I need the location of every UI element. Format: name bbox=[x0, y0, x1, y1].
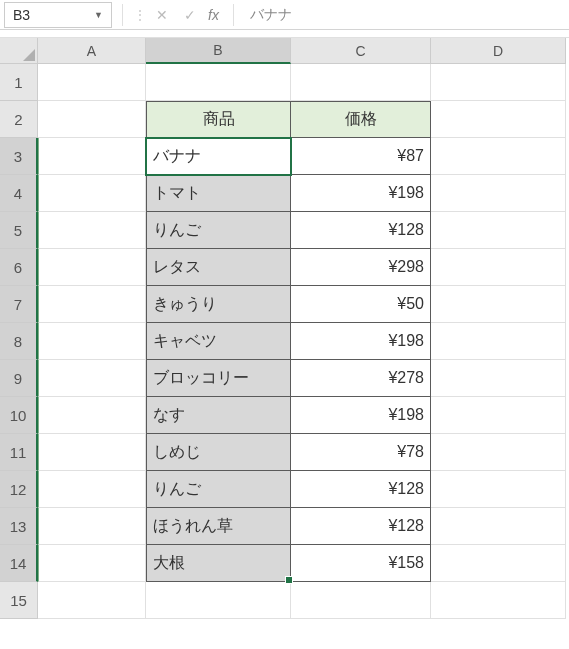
cell-price[interactable]: ¥278 bbox=[291, 360, 431, 397]
spreadsheet-grid[interactable]: A B C D 1 2 商品 価格 3 バナナ ¥87 4 トマト ¥198 5… bbox=[0, 38, 569, 619]
select-all-corner[interactable] bbox=[0, 38, 38, 64]
cell[interactable] bbox=[431, 323, 566, 360]
row-header[interactable]: 13 bbox=[0, 508, 38, 545]
row-header[interactable]: 9 bbox=[0, 360, 38, 397]
cell[interactable] bbox=[431, 64, 566, 101]
cell[interactable] bbox=[431, 582, 566, 619]
cell-product[interactable]: りんご bbox=[146, 471, 291, 508]
divider bbox=[0, 30, 569, 38]
cell-product[interactable]: ほうれん草 bbox=[146, 508, 291, 545]
cell[interactable] bbox=[38, 582, 146, 619]
cell[interactable] bbox=[431, 175, 566, 212]
row-header[interactable]: 8 bbox=[0, 323, 38, 360]
cell-product[interactable]: しめじ bbox=[146, 434, 291, 471]
cell[interactable] bbox=[38, 323, 146, 360]
col-header-c[interactable]: C bbox=[291, 38, 431, 64]
cell-product[interactable]: トマト bbox=[146, 175, 291, 212]
cell[interactable] bbox=[431, 397, 566, 434]
cell-product[interactable]: レタス bbox=[146, 249, 291, 286]
name-box[interactable]: B3 ▼ bbox=[4, 2, 112, 28]
cell[interactable] bbox=[431, 545, 566, 582]
cell[interactable] bbox=[431, 471, 566, 508]
cell-price[interactable]: ¥128 bbox=[291, 212, 431, 249]
cell-product[interactable]: ブロッコリー bbox=[146, 360, 291, 397]
cell-price[interactable]: ¥198 bbox=[291, 397, 431, 434]
cell-price[interactable]: ¥128 bbox=[291, 508, 431, 545]
cell-price[interactable]: ¥198 bbox=[291, 323, 431, 360]
name-box-value: B3 bbox=[13, 7, 30, 23]
cell[interactable] bbox=[431, 249, 566, 286]
cell-price[interactable]: ¥87 bbox=[291, 138, 431, 175]
cell[interactable] bbox=[38, 64, 146, 101]
grip-icon: ⋮ bbox=[129, 7, 148, 23]
cell[interactable] bbox=[146, 582, 291, 619]
row-header[interactable]: 2 bbox=[0, 101, 38, 138]
cell[interactable] bbox=[431, 286, 566, 323]
row-header[interactable]: 12 bbox=[0, 471, 38, 508]
cell-product[interactable]: キャベツ bbox=[146, 323, 291, 360]
cell[interactable] bbox=[431, 508, 566, 545]
formula-input[interactable]: バナナ bbox=[240, 2, 569, 28]
row-header[interactable]: 1 bbox=[0, 64, 38, 101]
cell[interactable] bbox=[146, 64, 291, 101]
cell[interactable] bbox=[431, 138, 566, 175]
cell-price[interactable]: ¥198 bbox=[291, 175, 431, 212]
row-header[interactable]: 4 bbox=[0, 175, 38, 212]
cell-product[interactable]: きゅうり bbox=[146, 286, 291, 323]
cell[interactable] bbox=[38, 101, 146, 138]
cell[interactable] bbox=[38, 471, 146, 508]
cell-price[interactable]: ¥50 bbox=[291, 286, 431, 323]
col-header-d[interactable]: D bbox=[431, 38, 566, 64]
cell[interactable] bbox=[38, 138, 146, 175]
cancel-icon[interactable]: ✕ bbox=[150, 3, 174, 27]
cell[interactable] bbox=[38, 249, 146, 286]
table-header-price[interactable]: 価格 bbox=[291, 101, 431, 138]
cell-product[interactable]: 大根 bbox=[146, 545, 291, 582]
cell[interactable] bbox=[291, 582, 431, 619]
cell[interactable] bbox=[291, 64, 431, 101]
row-header[interactable]: 15 bbox=[0, 582, 38, 619]
cell-price[interactable]: ¥298 bbox=[291, 249, 431, 286]
cell-price[interactable]: ¥128 bbox=[291, 471, 431, 508]
cell[interactable] bbox=[431, 101, 566, 138]
fx-icon[interactable]: fx bbox=[208, 7, 219, 23]
cell-product[interactable]: バナナ bbox=[146, 138, 291, 175]
row-header[interactable]: 10 bbox=[0, 397, 38, 434]
cell[interactable] bbox=[431, 212, 566, 249]
cell-product[interactable]: なす bbox=[146, 397, 291, 434]
enter-icon[interactable]: ✓ bbox=[178, 3, 202, 27]
row-header[interactable]: 7 bbox=[0, 286, 38, 323]
table-header-product[interactable]: 商品 bbox=[146, 101, 291, 138]
cell[interactable] bbox=[431, 360, 566, 397]
col-header-b[interactable]: B bbox=[146, 38, 291, 64]
divider bbox=[233, 4, 234, 26]
cell[interactable] bbox=[38, 508, 146, 545]
cell[interactable] bbox=[38, 397, 146, 434]
cell[interactable] bbox=[38, 545, 146, 582]
chevron-down-icon[interactable]: ▼ bbox=[94, 10, 103, 20]
row-header[interactable]: 11 bbox=[0, 434, 38, 471]
formula-value: バナナ bbox=[250, 6, 292, 24]
cell-price[interactable]: ¥78 bbox=[291, 434, 431, 471]
divider bbox=[122, 4, 123, 26]
cell[interactable] bbox=[38, 212, 146, 249]
cell[interactable] bbox=[38, 360, 146, 397]
cell[interactable] bbox=[38, 434, 146, 471]
col-header-a[interactable]: A bbox=[38, 38, 146, 64]
formula-bar: B3 ▼ ⋮ ✕ ✓ fx バナナ bbox=[0, 0, 569, 30]
row-header[interactable]: 14 bbox=[0, 545, 38, 582]
cell-price[interactable]: ¥158 bbox=[291, 545, 431, 582]
cell-product[interactable]: りんご bbox=[146, 212, 291, 249]
cell[interactable] bbox=[38, 175, 146, 212]
cell[interactable] bbox=[38, 286, 146, 323]
row-header[interactable]: 5 bbox=[0, 212, 38, 249]
row-header[interactable]: 6 bbox=[0, 249, 38, 286]
row-header[interactable]: 3 bbox=[0, 138, 38, 175]
cell[interactable] bbox=[431, 434, 566, 471]
